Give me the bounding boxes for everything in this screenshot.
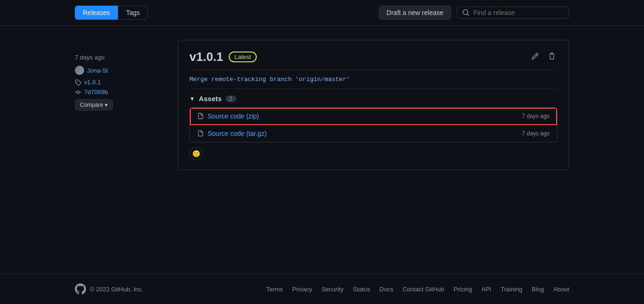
release-version: v1.0.1 [189,50,223,64]
footer-links: Terms Privacy Security Status Docs Conta… [266,286,569,293]
footer-link-docs[interactable]: Docs [379,286,393,293]
release-divider [189,70,557,70]
release-commit-row: 7d7069b [75,89,159,96]
release-date: 7 days ago [75,54,159,61]
assets-title: Assets [199,95,222,103]
footer: © 2022 GitHub, Inc. Terms Privacy Securi… [0,274,644,304]
release-title-area: v1.0.1 Latest [189,50,257,64]
asset-item-zip[interactable]: Source code (zip) 7 days ago [190,108,557,125]
footer-link-privacy[interactable]: Privacy [292,286,312,293]
footer-link-blog[interactable]: Blog [532,286,544,293]
release-row: 7 days ago Jona-St v1.0.1 [75,40,569,170]
asset-list: Source code (zip) 7 days ago So [189,107,557,142]
release-card-header: v1.0.1 Latest [189,50,557,64]
tag-icon [75,79,81,86]
asset-left-zip: Source code (zip) [197,112,259,120]
release-divider-2 [189,89,557,89]
release-actions [529,51,557,64]
asset-link-zip[interactable]: Source code (zip) [208,112,259,120]
footer-link-pricing[interactable]: Pricing [454,286,472,293]
footer-link-api[interactable]: API [482,286,492,293]
draft-new-release-button[interactable]: Draft a new release [379,6,451,20]
tab-group: Releases Tags [75,6,148,20]
file-targz-icon [197,130,204,137]
footer-left: © 2022 GitHub, Inc. [75,283,143,295]
delete-release-button[interactable] [546,51,557,64]
avatar [75,66,84,75]
release-tag-row: v1.0.1 [75,79,159,86]
main-content: 7 days ago Jona-St v1.0.1 [0,26,644,274]
release-author-row: Jona-St [75,66,159,75]
emoji-reaction-button[interactable]: 🙂 [189,147,203,160]
github-logo-icon [75,283,86,295]
release-card: v1.0.1 Latest [178,40,569,170]
compare-label: Compare [80,102,103,108]
release-commit-message: Merge remote-tracking branch 'origin/mas… [189,76,557,83]
footer-link-security[interactable]: Security [321,286,343,293]
asset-name-targz: Source code [208,130,245,137]
search-input[interactable] [473,9,564,16]
pencil-icon [531,52,539,60]
chevron-down-icon: ▾ [105,102,108,108]
emoji-icon: 🙂 [192,150,200,157]
trash-icon [548,52,556,60]
file-zip-icon [197,113,204,119]
tag-link[interactable]: v1.0.1 [84,79,101,86]
asset-type-targz: (tar.gz) [246,130,267,137]
footer-link-training[interactable]: Training [501,286,522,293]
footer-link-about[interactable]: About [553,286,569,293]
author-name[interactable]: Jona-St [87,67,108,74]
triangle-icon: ▼ [189,96,195,102]
tab-tags[interactable]: Tags [118,6,148,20]
page-wrapper: Releases Tags Draft a new release 7 days… [0,0,644,304]
commit-link[interactable]: 7d7069b [84,89,108,96]
latest-badge: Latest [229,52,256,62]
find-release-search[interactable] [457,7,569,19]
asset-left-targz: Source code (tar.gz) [197,130,267,137]
compare-button[interactable]: Compare ▾ [75,99,113,111]
edit-release-button[interactable] [529,51,541,64]
tab-releases[interactable]: Releases [75,6,118,20]
search-icon [462,9,470,16]
asset-link-targz[interactable]: Source code (tar.gz) [208,130,267,137]
release-meta: 7 days ago Jona-St v1.0.1 [75,40,159,170]
asset-type-zip: (zip) [246,112,259,120]
commit-icon [75,89,81,96]
right-controls: Draft a new release [379,6,569,20]
top-bar: Releases Tags Draft a new release [0,0,644,26]
footer-link-status[interactable]: Status [353,286,370,293]
assets-header[interactable]: ▼ Assets 2 [189,95,557,103]
asset-name-zip: Source code [208,112,245,120]
footer-link-contact[interactable]: Contact GitHub [403,286,444,293]
avatar-image [75,66,84,75]
asset-time-zip: 7 days ago [522,113,550,119]
copyright-text: © 2022 GitHub, Inc. [90,286,143,293]
asset-time-targz: 7 days ago [522,130,550,137]
asset-item-targz[interactable]: Source code (tar.gz) 7 days ago [190,125,557,142]
footer-link-terms[interactable]: Terms [266,286,282,293]
assets-count: 2 [225,96,236,102]
